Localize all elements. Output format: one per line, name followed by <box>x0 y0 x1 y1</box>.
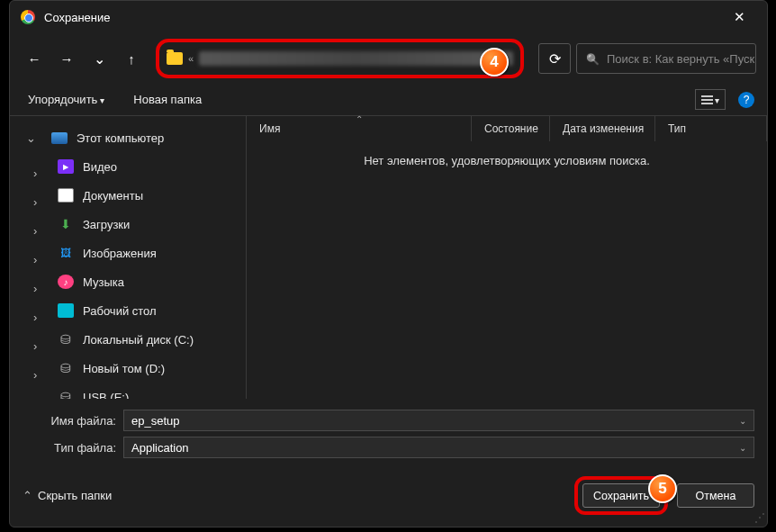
tree-item-icon <box>58 303 74 318</box>
hide-folders-button[interactable]: Скрыть папки <box>23 489 112 502</box>
new-folder-button[interactable]: Новая папка <box>128 89 207 110</box>
refresh-button[interactable] <box>538 43 571 74</box>
folder-icon <box>167 52 183 65</box>
help-button[interactable]: ? <box>738 92 754 108</box>
filename-label: Имя файла: <box>23 414 123 428</box>
search-input[interactable]: Поиск в: Как вернуть «Пуск... <box>576 43 756 74</box>
tree-item-icon <box>58 390 74 399</box>
sidebar-item[interactable]: Новый том (D:) <box>10 354 246 383</box>
address-path-blurred <box>199 51 513 66</box>
sidebar: Этот компьютер ВидеоДокументыЗагрузкиИзо… <box>10 116 247 399</box>
tree-item-label: Музыка <box>83 275 124 289</box>
chevron-left-icon <box>188 53 194 64</box>
main-area: Этот компьютер ВидеоДокументыЗагрузкиИзо… <box>10 116 767 399</box>
forward-button[interactable] <box>53 45 80 72</box>
tree-item-label: USB (E:) <box>83 391 129 400</box>
tree-item-label: Новый том (D:) <box>83 362 165 375</box>
step-badge-4: 4 <box>480 48 509 77</box>
column-modified[interactable]: Дата изменения <box>550 116 655 141</box>
up-button[interactable] <box>118 45 145 72</box>
tree-item-icon <box>58 246 74 260</box>
caret-down-icon <box>739 443 746 453</box>
sort-asc-icon <box>356 114 363 124</box>
caret-down-icon <box>739 416 746 426</box>
column-type[interactable]: Тип <box>655 116 767 141</box>
window-title: Сохранение <box>44 11 111 24</box>
list-view-icon <box>701 95 713 104</box>
tree-item-icon <box>58 217 74 231</box>
step-badge-5: 5 <box>648 474 677 503</box>
search-placeholder: Поиск в: Как вернуть «Пуск... <box>607 52 756 66</box>
file-list-area: Имя Состояние Дата изменения Тип Нет эле… <box>247 116 767 399</box>
nav-bar: Поиск в: Как вернуть «Пуск... <box>10 33 767 84</box>
resize-grip[interactable]: ⋰ <box>754 511 762 524</box>
tree-item-icon <box>58 361 74 375</box>
caret-down-icon <box>26 131 42 145</box>
sidebar-item[interactable]: Видео <box>10 152 246 181</box>
sidebar-item[interactable]: USB (E:) <box>10 383 246 399</box>
tree-item-icon <box>58 275 74 289</box>
form-area: Имя файла: ep_setup Тип файла: Applicati… <box>10 399 767 458</box>
tree-item-label: Документы <box>83 189 143 203</box>
tree-item-icon <box>58 332 74 347</box>
column-state[interactable]: Состояние <box>472 116 550 141</box>
titlebar: Сохранение <box>10 1 767 33</box>
close-icon[interactable] <box>720 4 758 31</box>
tree-item-label: Изображения <box>83 247 157 260</box>
sidebar-item[interactable]: Рабочий стол <box>10 296 246 325</box>
column-headers: Имя Состояние Дата изменения Тип <box>247 116 767 141</box>
column-name[interactable]: Имя <box>247 116 472 141</box>
filetype-select[interactable]: Application <box>123 437 754 458</box>
tree-item-label: Рабочий стол <box>83 304 157 318</box>
sidebar-item[interactable]: Изображения <box>10 239 246 267</box>
tree-item-label: Загрузки <box>83 218 130 231</box>
filename-input[interactable]: ep_setup <box>123 410 754 431</box>
sidebar-item[interactable]: Загрузки <box>10 210 246 239</box>
filetype-label: Тип файла: <box>23 441 123 455</box>
caret-down-icon <box>715 93 719 106</box>
organize-button[interactable]: Упорядочить <box>23 89 110 110</box>
tree-item-label: Локальный диск (C:) <box>83 333 194 347</box>
empty-message: Нет элементов, удовлетворяющих условиям … <box>247 141 767 167</box>
back-button[interactable] <box>21 45 48 72</box>
toolbar: Упорядочить Новая папка ? <box>10 84 767 116</box>
tree-item-label: Видео <box>83 160 117 174</box>
computer-icon <box>51 132 68 144</box>
sidebar-item[interactable]: Локальный диск (C:) <box>10 325 246 354</box>
sidebar-item[interactable]: Документы <box>10 181 246 210</box>
view-options-button[interactable] <box>695 89 726 110</box>
app-icon <box>21 10 35 24</box>
tree-item-icon <box>58 188 74 203</box>
caret-up-icon <box>23 489 32 502</box>
caret-down-icon <box>100 93 104 106</box>
search-icon <box>586 52 600 66</box>
sidebar-item[interactable]: Музыка <box>10 267 246 296</box>
history-dropdown[interactable] <box>86 45 113 72</box>
tree-item-icon <box>58 159 74 174</box>
address-bar[interactable] <box>156 39 524 78</box>
save-dialog: Сохранение Поиск в: Как вернуть «Пуск...… <box>9 0 768 527</box>
cancel-button[interactable]: Отмена <box>677 483 754 508</box>
tree-root-this-pc[interactable]: Этот компьютер <box>10 123 246 152</box>
